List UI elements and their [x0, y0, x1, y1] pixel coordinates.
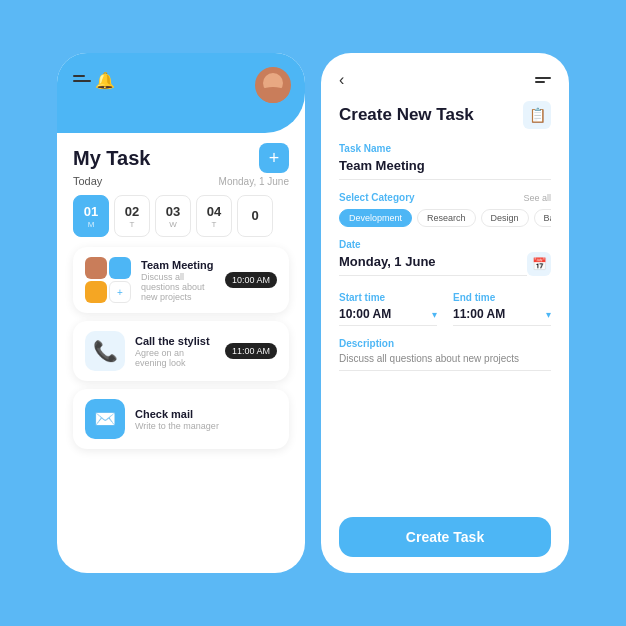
time-row: Start time 10:00 AM ▾ End time 11:00 AM …	[339, 292, 551, 326]
task-desc: Write to the manager	[135, 421, 277, 431]
right-phone: ‹ Create New Task 📋 Task Name Team Meeti…	[321, 53, 569, 573]
mail-icon: ✉️	[94, 408, 116, 430]
task-icon-phone: 📞	[85, 331, 125, 371]
description-label: Description	[339, 338, 551, 349]
task-title: Check mail	[135, 408, 277, 420]
create-task-button[interactable]: Create Task	[339, 517, 551, 557]
day-letter: T	[130, 220, 135, 229]
category-development[interactable]: Development	[339, 209, 412, 227]
avatar-3	[85, 281, 107, 303]
end-time-value: 11:00 AM	[453, 307, 542, 321]
task-desc: Agree on an evening look	[135, 348, 215, 368]
start-time-value: 10:00 AM	[339, 307, 428, 321]
date-pill-04[interactable]: 04 T	[196, 195, 232, 237]
left-phone: 🔔 My Task + Today Monday, 1 June 01 M 02…	[57, 53, 305, 573]
back-button[interactable]: ‹	[339, 71, 344, 89]
task-card-call-stylist[interactable]: 📞 Call the stylist Agree on an evening l…	[73, 321, 289, 381]
day-letter: M	[88, 220, 95, 229]
right-top-bar: ‹	[339, 71, 551, 89]
date-label: Date	[339, 239, 527, 250]
hamburger-menu[interactable]	[73, 75, 91, 82]
app-container: 🔔 My Task + Today Monday, 1 June 01 M 02…	[37, 33, 589, 593]
date-pill-05[interactable]: 0	[237, 195, 273, 237]
end-time-label: End time	[453, 292, 551, 303]
add-task-button[interactable]: +	[259, 143, 289, 173]
end-time-value-row: 11:00 AM ▾	[453, 307, 551, 326]
avatar-2	[109, 257, 131, 279]
task-info: Check mail Write to the manager	[135, 408, 277, 431]
category-design[interactable]: Design	[481, 209, 529, 227]
start-time-label: Start time	[339, 292, 437, 303]
task-name-value: Team Meeting	[339, 158, 551, 180]
chevron-down-icon[interactable]: ▾	[546, 309, 551, 320]
start-time-block: Start time 10:00 AM ▾	[339, 292, 437, 326]
date-pill-02[interactable]: 02 T	[114, 195, 150, 237]
task-time-badge: 11:00 AM	[225, 343, 277, 359]
date-pill-01[interactable]: 01 M	[73, 195, 109, 237]
date-number: 03	[166, 204, 180, 219]
avatar[interactable]	[255, 67, 291, 103]
chevron-down-icon[interactable]: ▾	[432, 309, 437, 320]
task-card-check-mail[interactable]: ✉️ Check mail Write to the manager	[73, 389, 289, 449]
phone-icon: 📞	[93, 339, 118, 363]
create-task-title: Create New Task	[339, 105, 474, 125]
category-row: Select Category See all	[339, 192, 551, 203]
date-strip: 01 M 02 T 03 W 04 T 0	[73, 195, 289, 237]
date-value: Monday, 1 June	[339, 254, 527, 276]
day-letter: T	[212, 220, 217, 229]
menu-icon[interactable]	[535, 77, 551, 83]
task-title: Call the stylist	[135, 335, 215, 347]
left-content: My Task + Today Monday, 1 June 01 M 02 T…	[57, 133, 305, 573]
task-title: Team Meeting	[141, 259, 215, 271]
task-info: Team Meeting Discuss all questions about…	[141, 259, 215, 302]
description-value: Discuss all questions about new projects	[339, 353, 551, 371]
bell-icon[interactable]: 🔔	[95, 71, 115, 90]
end-time-block: End time 11:00 AM ▾	[453, 292, 551, 326]
day-letter: W	[169, 220, 177, 229]
clipboard-icon: 📋	[523, 101, 551, 129]
left-header: 🔔	[57, 53, 305, 133]
date-row: Date Monday, 1 June 📅	[339, 239, 551, 288]
task-avatars: +	[85, 257, 131, 303]
date-pill-03[interactable]: 03 W	[155, 195, 191, 237]
date-number: 0	[251, 208, 258, 223]
add-avatar[interactable]: +	[109, 281, 131, 303]
today-label: Today	[73, 175, 102, 187]
date-number: 04	[207, 204, 221, 219]
start-time-value-row: 10:00 AM ▾	[339, 307, 437, 326]
task-card-team-meeting[interactable]: + Team Meeting Discuss all questions abo…	[73, 247, 289, 313]
category-backend[interactable]: Backend	[534, 209, 551, 227]
current-date: Monday, 1 June	[219, 176, 289, 187]
category-pills: Development Research Design Backend	[339, 209, 551, 227]
date-number: 02	[125, 204, 139, 219]
see-all-link[interactable]: See all	[523, 193, 551, 203]
avatar-1	[85, 257, 107, 279]
category-research[interactable]: Research	[417, 209, 476, 227]
task-info: Call the stylist Agree on an evening loo…	[135, 335, 215, 368]
create-task-header: Create New Task 📋	[339, 101, 551, 129]
task-desc: Discuss all questions about new projects	[141, 272, 215, 302]
page-title: My Task	[73, 147, 150, 170]
task-icon-mail: ✉️	[85, 399, 125, 439]
task-name-label: Task Name	[339, 143, 551, 154]
date-number: 01	[84, 204, 98, 219]
calendar-icon[interactable]: 📅	[527, 252, 551, 276]
task-time-badge: 10:00 AM	[225, 272, 277, 288]
category-label: Select Category	[339, 192, 415, 203]
